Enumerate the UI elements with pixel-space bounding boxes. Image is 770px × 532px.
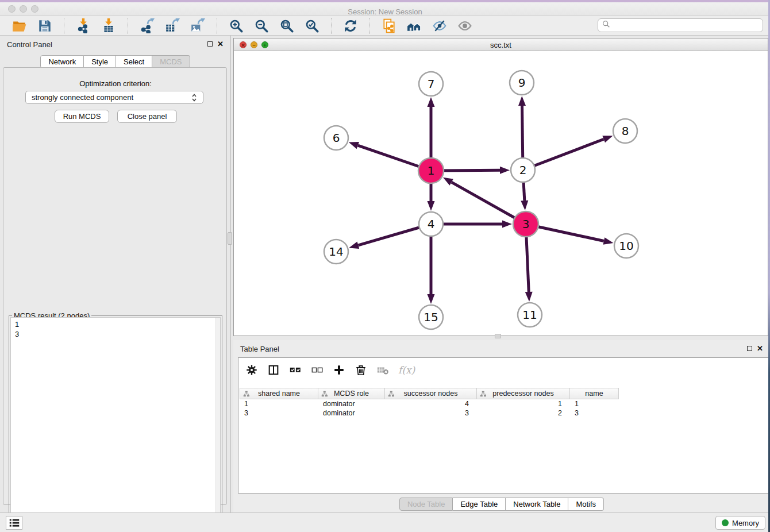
zoom-out-icon[interactable] [254,18,269,33]
save-session-icon[interactable] [37,18,52,33]
first-neighbors-icon[interactable] [407,18,422,33]
deselect-all-icon[interactable] [311,364,324,376]
search-field[interactable] [598,18,763,32]
graph-arrowhead [603,237,614,245]
tab-network-table[interactable]: Network Table [506,498,568,511]
table-cell[interactable]: 2 [477,408,570,418]
graph-node-label: 1 [428,164,435,178]
select-all-icon[interactable] [289,364,302,376]
show-panel-icon[interactable] [457,18,472,33]
network-doc-icon[interactable] [382,18,396,33]
task-history-button[interactable] [6,516,22,530]
graph-arrowhead [502,221,512,228]
select-arrows-icon [191,93,197,102]
hide-panel-icon[interactable] [432,18,447,33]
result-scrollbar[interactable] [215,318,220,530]
add-column-icon[interactable] [333,364,345,376]
import-network-icon[interactable] [76,18,91,33]
table-cell[interactable]: 4 [385,399,477,408]
control-panel-title: Control Panel [7,40,52,49]
refresh-icon[interactable] [343,18,358,33]
graph-node-label: 8 [622,124,629,138]
control-panel-header: Control Panel ✕ [0,40,230,52]
run-mcds-button[interactable]: Run MCDS [55,110,109,123]
zoom-selected-icon[interactable] [305,18,319,33]
column-header-label: MCDS role [334,390,369,398]
table-cell[interactable]: dominator [318,399,385,408]
graph-arrowhead [521,201,528,210]
tab-style[interactable]: Style [84,55,116,68]
table-cell[interactable]: 3 [385,408,477,418]
vertical-splitter-handle[interactable] [228,232,232,245]
column-header-shared-name[interactable]: shared name [240,388,318,399]
network-view-window: ✕ – + scc.txt 7968124314101511 [233,38,768,336]
column-header-label: name [585,390,603,398]
column-header-predecessor-nodes[interactable]: predecessor nodes [477,388,570,399]
toolbar-separator [217,18,217,34]
toolbar-separator [64,18,64,34]
mcds-result-line: 1 [15,319,216,329]
table-cell[interactable]: 1 [240,399,318,408]
graph-node-label: 7 [428,77,435,91]
graph-arrowhead [500,167,510,174]
delete-table-icon [376,364,389,376]
mcds-result-group: MCDS result (2 nodes) 13 [9,315,222,532]
graph-arrowhead [428,97,435,107]
table-cell[interactable]: 3 [570,408,619,418]
toolbar-separator [369,18,370,34]
tab-select[interactable]: Select [116,55,152,68]
graph-edge-2-8[interactable] [523,139,604,170]
table-settings-icon[interactable] [245,364,258,376]
export-image-icon[interactable] [190,18,205,33]
table-cell[interactable]: 1 [570,399,619,408]
graph-node-label: 11 [522,308,537,322]
table-cell[interactable]: 1 [477,399,570,408]
float-panel-icon[interactable] [207,41,213,47]
column-header-successor-nodes[interactable]: successor nodes [385,388,477,399]
memory-button[interactable]: Memory [715,516,765,530]
tab-edge-table[interactable]: Edge Table [453,498,506,511]
open-session-icon[interactable] [12,18,27,33]
search-input[interactable] [611,20,763,31]
graph-node-label: 4 [428,217,435,231]
export-network-icon[interactable] [140,18,155,33]
column-header-MCDS-role[interactable]: MCDS role [318,388,385,399]
control-panel: Control Panel ✕ NetworkStyleSelectMCDS O… [0,36,230,512]
tab-mcds[interactable]: MCDS [152,55,190,68]
column-header-name[interactable]: name [570,388,619,399]
graph-arrowhead [602,136,613,142]
graph-arrowhead [349,242,359,249]
tab-motifs[interactable]: Motifs [568,498,604,511]
memory-label: Memory [732,519,759,527]
toolbar-separator [128,18,128,34]
column-visibility-icon[interactable] [267,364,280,376]
float-table-panel-icon[interactable] [747,346,752,351]
close-panel-icon[interactable]: ✕ [217,41,224,47]
mcds-result-text[interactable]: 13 [10,317,221,531]
table-panel: Table Panel ✕ f(x) shared nameMCDS roles… [233,340,770,512]
table-row[interactable]: 3dominator323 [240,408,619,418]
tab-node-table[interactable]: Node Table [399,498,453,511]
table-cell[interactable]: dominator [318,408,385,418]
column-header-label: predecessor nodes [492,390,553,398]
list-icon [8,516,21,529]
column-tree-icon [388,391,395,399]
graph-node-label: 6 [333,131,340,145]
delete-column-icon[interactable] [355,364,367,376]
criterion-value: strongly connected component [32,93,133,102]
criterion-select[interactable]: strongly connected component [25,91,203,104]
close-panel-button[interactable]: Close panel [117,110,177,123]
close-table-panel-icon[interactable]: ✕ [757,345,763,352]
horizontal-splitter-handle[interactable] [495,334,501,338]
network-canvas[interactable]: 7968124314101511 [234,51,768,336]
export-table-icon[interactable] [165,18,180,33]
table-panel-tabs: Node TableEdge TableNetwork TableMotifs [233,498,770,511]
zoom-fit-icon[interactable] [279,18,294,33]
column-header-label: successor nodes [404,390,458,398]
tab-network[interactable]: Network [40,55,84,68]
column-tree-icon [243,391,250,399]
import-table-icon[interactable] [101,18,116,33]
table-row[interactable]: 1dominator411 [240,399,619,408]
table-cell[interactable]: 3 [240,408,318,418]
zoom-in-icon[interactable] [229,18,244,33]
